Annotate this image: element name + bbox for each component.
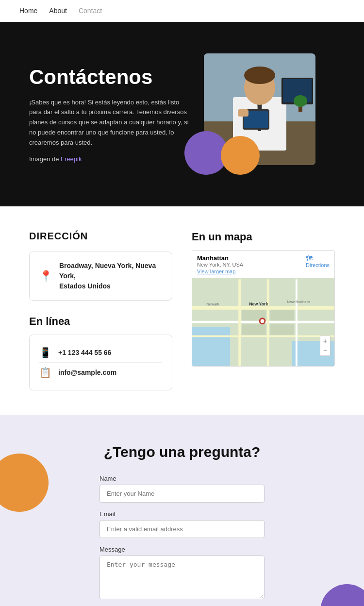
name-input[interactable] <box>99 485 265 503</box>
navbar: Home About Contact <box>0 0 364 22</box>
map-place-info: Manhattan New York, NY, USA View larger … <box>197 254 243 274</box>
email-group: Email <box>99 510 265 538</box>
hero-circle-orange <box>221 136 260 175</box>
form-circle-orange <box>0 454 49 512</box>
contact-right: En un mapa Manhattan New York, NY, USA V… <box>192 231 335 390</box>
address-title: DIRECCIÓN <box>29 231 172 242</box>
svg-rect-25 <box>270 324 294 335</box>
message-group: Message <box>99 546 265 601</box>
email-input[interactable] <box>99 520 265 538</box>
svg-rect-14 <box>192 327 230 367</box>
phone-icon: 📱 <box>39 347 51 358</box>
name-group: Name <box>99 475 265 503</box>
svg-text:New York: New York <box>249 302 268 306</box>
zoom-in[interactable]: + <box>320 336 330 346</box>
hero-title: Contáctenos <box>29 66 189 89</box>
svg-point-9 <box>294 95 307 107</box>
online-title: En línea <box>29 315 172 328</box>
map-directions-icon: 🗺 <box>306 254 313 262</box>
email-value: info@sample.com <box>58 369 116 376</box>
map-directions-area: 🗺 Directions <box>306 254 330 268</box>
hero-credit: Imagen de Freepik <box>29 155 189 163</box>
map-container[interactable]: Manhattan New York, NY, USA View larger … <box>192 250 335 367</box>
svg-rect-24 <box>270 310 294 320</box>
message-input[interactable] <box>99 556 265 599</box>
form-section: ¿Tengo una pregunta? Name Email Message … <box>0 415 364 606</box>
svg-rect-12 <box>238 109 248 117</box>
zoom-out[interactable]: − <box>320 346 330 355</box>
svg-text:New Rochelle: New Rochelle <box>287 300 310 304</box>
map-header: Manhattan New York, NY, USA View larger … <box>192 251 334 278</box>
email-item: 📋 info@sample.com <box>39 362 162 382</box>
svg-point-5 <box>244 67 275 84</box>
email-label: Email <box>99 510 265 518</box>
contact-form: Name Email Message I accept the TÉRMINOS… <box>99 475 265 606</box>
nav-about[interactable]: About <box>49 7 67 15</box>
map-inner: Manhattan New York, NY, USA View larger … <box>192 251 334 366</box>
svg-rect-23 <box>242 324 266 335</box>
svg-text:Newark: Newark <box>206 302 219 306</box>
svg-point-30 <box>261 319 265 323</box>
form-title: ¿Tengo una pregunta? <box>19 444 345 460</box>
location-icon: 📍 <box>39 270 52 283</box>
nav-contact[interactable]: Contact <box>79 7 102 15</box>
contact-section: DIRECCIÓN 📍 Broadway, Nueva York, Nueva … <box>0 206 364 415</box>
hero-body: ¡Sabes que es hora! Si estás leyendo est… <box>29 98 189 148</box>
fake-map: New York Newark New Rochelle + − <box>192 278 334 367</box>
map-title: En un mapa <box>192 231 335 243</box>
online-card: 📱 +1 123 444 55 66 📋 info@sample.com <box>29 335 172 390</box>
hero-text-block: Contáctenos ¡Sabes que es hora! Si estás… <box>29 66 189 163</box>
message-label: Message <box>99 546 265 553</box>
email-icon: 📋 <box>39 367 51 378</box>
address-card: 📍 Broadway, Nueva York, Nueva York, Esta… <box>29 252 172 301</box>
hero-image-area <box>189 53 335 175</box>
map-zoom-controls[interactable]: + − <box>320 336 331 356</box>
freepik-link[interactable]: Freepik <box>61 155 82 163</box>
phone-item: 📱 +1 123 444 55 66 <box>39 343 162 362</box>
form-circle-purple <box>320 584 364 606</box>
map-place-name: Manhattan <box>197 254 243 262</box>
phone-value: +1 123 444 55 66 <box>58 349 111 356</box>
nav-home[interactable]: Home <box>19 7 37 15</box>
contact-left: DIRECCIÓN 📍 Broadway, Nueva York, Nueva … <box>29 231 172 390</box>
map-larger-link[interactable]: View larger map <box>197 269 243 274</box>
map-directions-link[interactable]: Directions <box>306 262 330 268</box>
hero-section: Contáctenos ¡Sabes que es hora! Si estás… <box>0 22 364 206</box>
name-label: Name <box>99 475 265 482</box>
address-text: Broadway, Nueva York, Nueva York, Estado… <box>59 261 162 291</box>
map-subplace: New York, NY, USA <box>197 262 243 268</box>
